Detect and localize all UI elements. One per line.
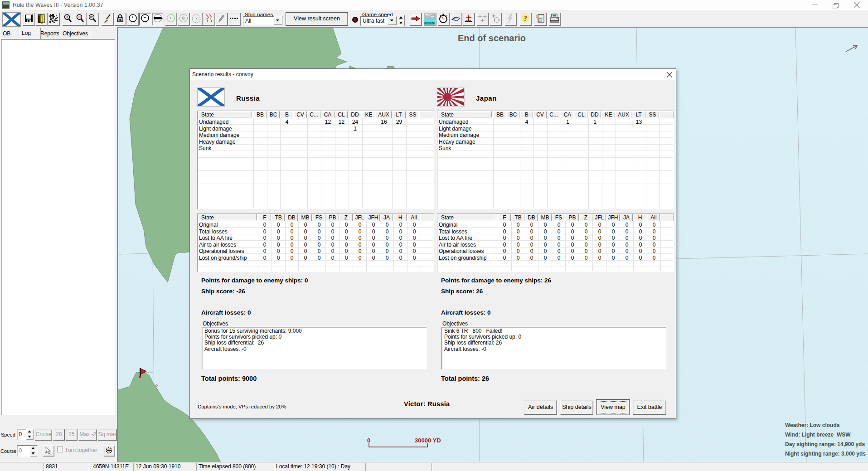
svg-text:?: ? — [524, 15, 527, 22]
